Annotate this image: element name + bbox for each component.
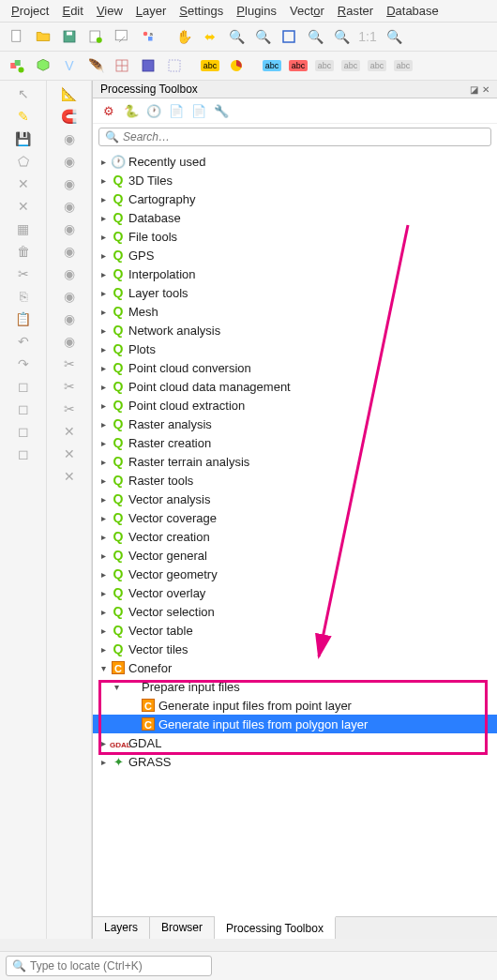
processing-run-icon[interactable]: ⚙ <box>100 102 117 119</box>
style-manager-icon[interactable]: a <box>137 25 159 48</box>
panel-close-icon[interactable]: ✕ <box>482 84 489 95</box>
tree-recently-used[interactable]: ▸🕐Recently used <box>93 152 497 171</box>
tree-gdal[interactable]: ▸GDALGDAL <box>93 733 497 752</box>
tree-grass[interactable]: ▸✦GRASS <box>93 752 497 771</box>
split-icon[interactable]: ◉ <box>60 219 79 238</box>
scale-feat-icon[interactable]: ◉ <box>60 287 79 306</box>
save-project-icon[interactable] <box>58 25 81 48</box>
tree-cat-raster-terrain-analysis[interactable]: ▸QRaster terrain analysis <box>93 452 497 471</box>
del-ring-icon[interactable]: ✂ <box>60 354 79 373</box>
tree-cat-vector-creation[interactable]: ▸QVector creation <box>93 527 497 546</box>
extra1-icon[interactable]: ✕ <box>60 422 79 441</box>
tree-cat-vector-geometry[interactable]: ▸QVector geometry <box>93 565 497 583</box>
zoom-selection-icon[interactable]: 🔍 <box>330 25 353 48</box>
diagram-icon[interactable] <box>225 54 248 77</box>
tree-cat-gps[interactable]: ▸QGPS <box>93 246 497 264</box>
add-part-icon[interactable]: ◻ <box>14 422 33 441</box>
tree-cat-plots[interactable]: ▸QPlots <box>93 339 497 358</box>
offset-icon[interactable]: ◉ <box>60 152 79 171</box>
processing-options-icon[interactable]: 🔧 <box>213 102 230 119</box>
attributes-icon[interactable]: ▦ <box>14 219 33 238</box>
processing-results-icon[interactable]: 📄 <box>168 102 185 119</box>
show-hide-label-icon[interactable]: abc <box>313 54 336 77</box>
algorithm-tree[interactable]: ▸🕐Recently used▸Q3D Tiles▸QCartography▸Q… <box>93 150 497 916</box>
fill-ring-icon[interactable]: ◉ <box>60 332 79 351</box>
tree-cat-vector-general[interactable]: ▸QVector general <box>93 546 497 565</box>
tree-cat-raster-creation[interactable]: ▸QRaster creation <box>93 433 497 452</box>
menu-project[interactable]: Project <box>11 4 49 18</box>
merge-icon[interactable]: ◉ <box>60 242 79 261</box>
menu-database[interactable]: Database <box>386 4 439 18</box>
zoom-layer-icon[interactable]: 🔍 <box>304 25 326 48</box>
menu-view[interactable]: View <box>97 4 123 18</box>
tree-cat-point-cloud-data-management[interactable]: ▸QPoint cloud data management <box>93 377 497 396</box>
tree-cat-raster-tools[interactable]: ▸QRaster tools <box>93 471 497 490</box>
identify-icon[interactable]: ↖ <box>14 84 33 103</box>
extra2-icon[interactable]: ✕ <box>60 445 79 463</box>
new-shapefile-icon[interactable]: V <box>58 54 81 77</box>
add-feature-icon[interactable]: ◻ <box>14 377 33 396</box>
open-data-source-icon[interactable] <box>6 54 28 77</box>
open-project-icon[interactable] <box>32 25 54 48</box>
copy-icon[interactable]: ⎘ <box>14 287 33 306</box>
rotate-feat-icon[interactable]: ◉ <box>60 264 79 283</box>
processing-history-icon[interactable]: 🕐 <box>145 102 162 119</box>
new-spatialite-icon[interactable]: 🪶 <box>84 54 107 77</box>
processing-python-icon[interactable]: 🐍 <box>123 102 140 119</box>
new-virtual-layer-icon[interactable] <box>163 54 186 77</box>
redo-icon[interactable]: ↷ <box>14 354 33 373</box>
new-print-layout-icon[interactable] <box>84 25 107 48</box>
zoom-out-icon[interactable]: 🔍 <box>251 25 274 48</box>
add-more-icon[interactable]: ◻ <box>14 445 33 463</box>
panel-dock-icon[interactable]: ◪ <box>470 84 478 95</box>
tree-cat-3d-tiles[interactable]: ▸Q3D Tiles <box>93 171 497 189</box>
snapping-icon[interactable]: 🧲 <box>60 107 79 126</box>
reshape-icon[interactable]: ◉ <box>60 197 79 216</box>
save-edits-icon[interactable]: 💾 <box>14 129 33 148</box>
locator-input[interactable] <box>30 959 205 972</box>
vertex-icon-1[interactable]: ✕ <box>14 174 33 193</box>
tab-layers[interactable]: Layers <box>93 917 150 939</box>
trace-icon[interactable]: ◉ <box>60 129 79 148</box>
tree-cat-database[interactable]: ▸QDatabase <box>93 208 497 227</box>
edit-pencil-icon[interactable]: ✎ <box>14 107 33 126</box>
node-tool-icon[interactable]: ✂ <box>60 400 79 418</box>
menu-vector[interactable]: Vector <box>290 4 324 18</box>
layout-manager-icon[interactable] <box>111 25 133 48</box>
new-gpx-icon[interactable] <box>137 54 159 77</box>
rotate-label-icon[interactable]: abc <box>366 54 388 77</box>
tree-cat-mesh[interactable]: ▸QMesh <box>93 302 497 321</box>
vertex-icon-2[interactable]: ✕ <box>14 197 33 216</box>
move-feat-icon[interactable]: ◉ <box>60 309 79 328</box>
processing-model-icon[interactable]: 📄 <box>190 102 207 119</box>
menu-plugins[interactable]: Plugins <box>236 4 277 18</box>
tree-cat-raster-analysis[interactable]: ▸QRaster analysis <box>93 415 497 433</box>
new-mesh-icon[interactable] <box>111 54 133 77</box>
menu-settings[interactable]: Settings <box>179 4 223 18</box>
tree-cat-vector-coverage[interactable]: ▸QVector coverage <box>93 508 497 527</box>
tree-cat-vector-selection[interactable]: ▸QVector selection <box>93 602 497 621</box>
tree-cat-point-cloud-extraction[interactable]: ▸QPoint cloud extraction <box>93 396 497 415</box>
paste-icon[interactable]: 📋 <box>14 309 33 328</box>
new-geopackage-icon[interactable] <box>32 54 54 77</box>
pan-to-selection-icon[interactable]: ⬌ <box>199 25 221 48</box>
tree-cat-vector-tiles[interactable]: ▸QVector tiles <box>93 640 497 658</box>
del-part-icon[interactable]: ✂ <box>60 377 79 396</box>
extra3-icon[interactable]: ✕ <box>60 467 79 486</box>
tree-conefor-point[interactable]: CGenerate input files from point layer <box>93 696 497 715</box>
tree-cat-vector-table[interactable]: ▸QVector table <box>93 621 497 640</box>
tree-cat-cartography[interactable]: ▸QCartography <box>93 189 497 208</box>
cut-icon[interactable]: ✂ <box>14 264 33 283</box>
tab-processing-toolbox[interactable]: Processing Toolbox <box>215 916 336 939</box>
zoom-native-icon[interactable]: 1:1 <box>356 25 379 48</box>
tree-cat-vector-overlay[interactable]: ▸QVector overlay <box>93 583 497 602</box>
zoom-in-icon[interactable]: 🔍 <box>225 25 248 48</box>
measure-icon[interactable]: 📐 <box>60 84 79 103</box>
tree-cat-vector-analysis[interactable]: ▸QVector analysis <box>93 490 497 508</box>
menu-layer[interactable]: Layer <box>136 4 167 18</box>
tree-cat-file-tools[interactable]: ▸QFile tools <box>93 227 497 246</box>
simplify-icon[interactable]: ◉ <box>60 174 79 193</box>
delete-icon[interactable]: 🗑 <box>14 242 33 261</box>
pan-icon[interactable]: ✋ <box>173 25 195 48</box>
search-input[interactable] <box>123 130 485 143</box>
